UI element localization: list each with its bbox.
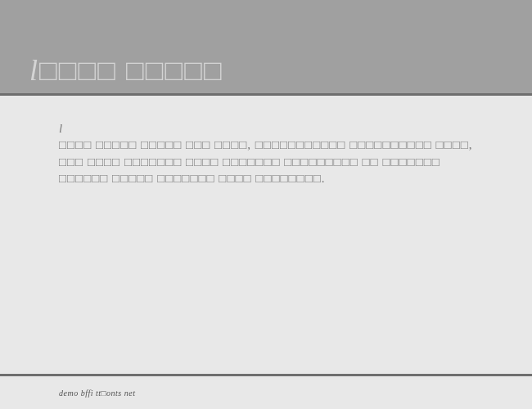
title-rest: □□□□ □□□□□ [39, 56, 223, 85]
body-first-char: l [59, 122, 63, 135]
page-title: l□□□□ □□□□□ [29, 56, 223, 85]
header: l□□□□ □□□□□ [0, 0, 532, 96]
body-paragraph: l□□□□ □□□□□ □□□□□ □□□ □□□□, □□□□□□□□□□□ … [59, 120, 473, 187]
content-area: l□□□□ □□□□□ □□□□□ □□□ □□□□, □□□□□□□□□□□ … [0, 96, 532, 376]
footer: demo bffi tt□onts net [0, 376, 532, 409]
footer-text: demo bffi tt□onts net [59, 389, 135, 398]
body-rest: □□□□ □□□□□ □□□□□ □□□ □□□□, □□□□□□□□□□□ □… [59, 137, 473, 187]
title-first-char: l [29, 54, 39, 87]
